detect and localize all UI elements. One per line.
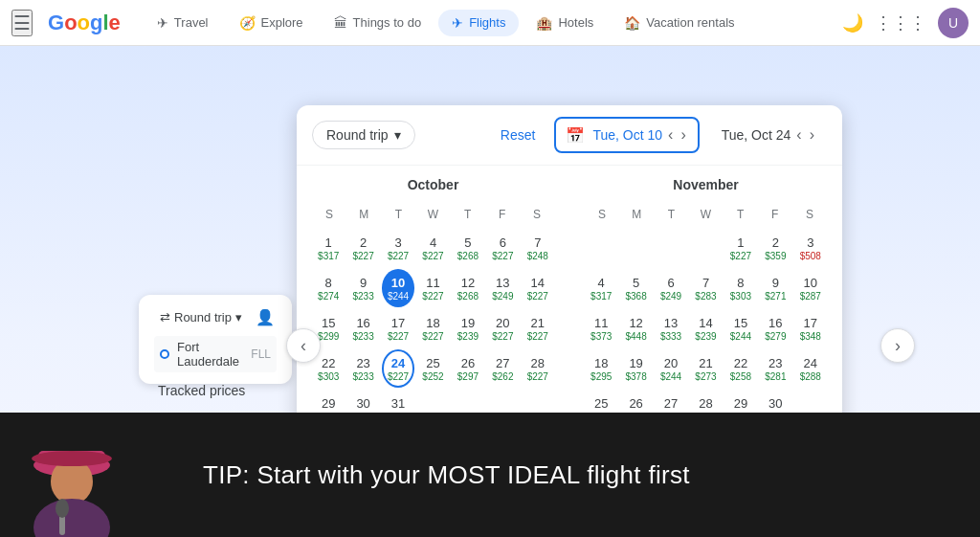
day-cell-18[interactable]: 18$227 [416, 309, 449, 347]
day-cell-20[interactable]: 20$244 [655, 349, 687, 388]
end-date-next-button[interactable]: › [808, 124, 816, 145]
start-date-next-button[interactable]: › [679, 124, 687, 145]
day-cell-2[interactable]: 2$359 [759, 229, 791, 267]
day-price: $227 [527, 331, 548, 342]
day-cell-16[interactable]: 16$279 [759, 309, 791, 347]
tab-things[interactable]: 🏛 Things to do [321, 10, 435, 36]
calendar-prev-button[interactable]: ‹ [286, 328, 321, 363]
day-cell-6[interactable]: 6$227 [486, 229, 519, 267]
day-price: $333 [660, 331, 681, 342]
day-number: 28 [699, 396, 712, 411]
grid-button[interactable]: ⋮⋮⋮ [875, 12, 926, 34]
day-cell-8[interactable]: 8$303 [724, 269, 757, 307]
day-cell-23[interactable]: 23$281 [759, 349, 791, 388]
day-price: $378 [626, 371, 647, 382]
day-cell-5[interactable]: 5$368 [619, 269, 652, 307]
day-cell-21[interactable]: 21$273 [689, 349, 722, 388]
tab-things-label: Things to do [353, 15, 422, 30]
day-number: 7 [702, 276, 709, 290]
reset-button[interactable]: Reset [493, 122, 544, 148]
day-cell-3[interactable]: 3$508 [794, 229, 827, 267]
day-cell-7[interactable]: 7$283 [689, 269, 722, 307]
day-cell-13[interactable]: 13$249 [486, 269, 519, 307]
calendar-icon: 📅 [566, 126, 585, 145]
day-price: $273 [695, 371, 716, 382]
day-cell-2[interactable]: 2$227 [346, 229, 379, 267]
avatar[interactable]: U [938, 8, 969, 38]
hamburger-button[interactable]: ☰ [11, 10, 33, 36]
day-price: $448 [626, 331, 647, 342]
day-cell-26[interactable]: 26$297 [452, 349, 484, 388]
top-nav: ☰ Google ✈ Travel 🧭 Explore 🏛 Things to … [0, 0, 980, 46]
day-cell-6[interactable]: 6$249 [655, 269, 687, 307]
day-number: 9 [360, 276, 367, 290]
tab-explore[interactable]: 🧭 Explore [226, 10, 317, 36]
day-cell-24[interactable]: 24$288 [794, 349, 827, 388]
day-cell-11[interactable]: 11$227 [416, 269, 449, 307]
nov-day-header-t1: T [654, 204, 688, 225]
day-number: 8 [737, 276, 744, 290]
day-cell-23[interactable]: 23$233 [346, 349, 379, 388]
day-cell-14[interactable]: 14$239 [689, 309, 722, 347]
day-cell-19[interactable]: 19$239 [452, 309, 484, 347]
day-number: 19 [629, 356, 642, 370]
calendar-header: Round trip ▾ Reset 📅 Tue, Oct 10 ‹ › Tue… [297, 105, 842, 166]
calendar-body: October S M T W T F S 1$3172$2273$2274$2… [297, 166, 842, 443]
day-cell-28[interactable]: 28$227 [522, 349, 554, 388]
day-cell-8[interactable]: 8$274 [312, 269, 345, 307]
day-cell-21[interactable]: 21$227 [522, 309, 554, 347]
day-number: 24 [391, 356, 405, 370]
calendar-next-button[interactable]: › [880, 328, 915, 363]
day-cell-27[interactable]: 27$262 [486, 349, 519, 388]
tab-travel[interactable]: ✈ Travel [144, 10, 222, 36]
round-trip-button[interactable]: Round trip ▾ [312, 121, 415, 149]
day-cell-22[interactable]: 22$258 [724, 349, 757, 388]
day-number: 11 [426, 276, 439, 290]
day-cell-18[interactable]: 18$295 [585, 349, 617, 388]
day-cell-7[interactable]: 7$248 [522, 229, 554, 267]
tab-flights[interactable]: ✈ Flights [438, 10, 519, 36]
day-cell-1[interactable]: 1$317 [312, 229, 345, 267]
day-cell-12[interactable]: 12$448 [619, 309, 652, 347]
day-cell-3[interactable]: 3$227 [382, 229, 414, 267]
day-price: $297 [457, 371, 479, 382]
day-cell-4[interactable]: 4$227 [416, 229, 449, 267]
day-cell-4[interactable]: 4$317 [585, 269, 617, 307]
end-date-selector[interactable]: Tue, Oct 24 ‹ › [711, 118, 827, 152]
day-cell-16[interactable]: 16$233 [346, 309, 379, 347]
day-cell-12[interactable]: 12$268 [452, 269, 484, 307]
end-date-prev-button[interactable]: ‹ [794, 124, 803, 145]
day-cell-10[interactable]: 10$244 [382, 269, 414, 307]
day-cell-11[interactable]: 11$373 [585, 309, 617, 347]
day-cell-17[interactable]: 17$348 [794, 309, 827, 347]
day-cell-17[interactable]: 17$227 [382, 309, 414, 347]
day-cell-20[interactable]: 20$227 [486, 309, 519, 347]
day-number: 25 [426, 356, 439, 370]
day-cell-15[interactable]: 15$244 [724, 309, 757, 347]
trip-type-label: Round trip [174, 310, 232, 324]
day-cell-1[interactable]: 1$227 [724, 229, 757, 267]
day-number: 2 [772, 235, 779, 250]
day-cell-5[interactable]: 5$268 [452, 229, 484, 267]
day-number: 14 [531, 276, 545, 290]
day-cell-13[interactable]: 13$333 [655, 309, 687, 347]
october-day-headers: S M T W T F S [312, 204, 554, 225]
tab-hotels[interactable]: 🏨 Hotels [523, 10, 607, 36]
tab-vacation[interactable]: 🏠 Vacation rentals [611, 10, 747, 36]
day-cell-9[interactable]: 9$233 [346, 269, 379, 307]
start-date-prev-button[interactable]: ‹ [666, 124, 675, 145]
trip-type-button[interactable]: ⇄ Round trip ▾ [154, 306, 248, 328]
tab-explore-label: Explore [261, 15, 303, 30]
day-number: 26 [461, 356, 475, 370]
day-cell-19[interactable]: 19$378 [619, 349, 652, 388]
day-price: $288 [800, 371, 821, 382]
day-cell-10[interactable]: 10$287 [794, 269, 827, 307]
day-cell-24[interactable]: 24$227 [382, 349, 414, 388]
day-cell-9[interactable]: 9$271 [759, 269, 791, 307]
oct-day-header-s: S [312, 204, 346, 225]
oct-day-header-s2: S [520, 204, 554, 225]
start-date-selector[interactable]: 📅 Tue, Oct 10 ‹ › [554, 117, 699, 153]
day-cell-14[interactable]: 14$227 [522, 269, 554, 307]
dark-mode-button[interactable]: 🌙 [842, 12, 863, 34]
day-cell-25[interactable]: 25$252 [416, 349, 449, 388]
